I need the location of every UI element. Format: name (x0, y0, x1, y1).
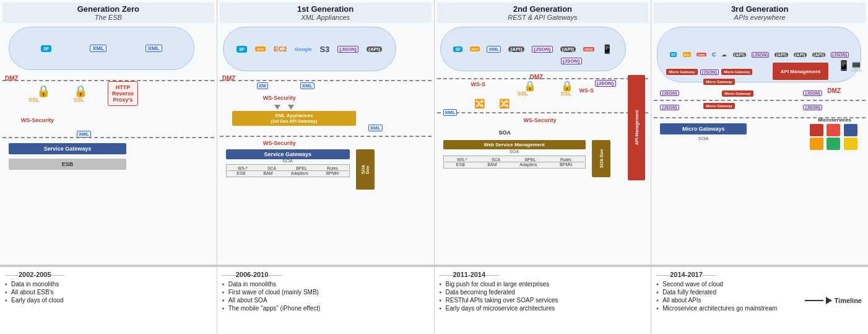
bullet-gen0-2: Early days of cloud (5, 297, 212, 304)
gen0-cloud: SF XML XML (9, 27, 194, 70)
gen3-micro-row2: Micro Gateway (703, 79, 734, 85)
gen1-google: Google (295, 46, 312, 52)
gen2-wss2: WS-S (579, 87, 594, 94)
gen1-dashed2 (220, 136, 432, 137)
gen1-sf: SF (237, 46, 247, 53)
gen2-ssl2: SSL (561, 90, 572, 97)
gen3-subtitle: APIs everywhere (655, 14, 864, 21)
gen2-cloud: SF aws XML {API} {JSON} {API} new 📱 (440, 27, 626, 71)
gen0-diagram: SF XML XML DMZ 🔒 SSL 🔒 SSL HTTPReversePr… (2, 25, 214, 262)
gen3-devices: 📱💻 (838, 59, 862, 71)
gen1-s3: S3 (319, 45, 329, 54)
timeline-arrow: Timeline (805, 297, 862, 304)
gen3-dmz: DMZ (827, 87, 841, 94)
gen1-dashed1 (220, 80, 432, 81)
bullet-gen3-0: Second wave of cloud (656, 281, 863, 288)
gen0-sf-logo: SF (41, 45, 51, 52)
timeline-year-3: 2014-2017 (656, 271, 863, 278)
gen0-ssl1: SSL (28, 97, 40, 103)
gen0-ssl2: SSL (74, 97, 85, 103)
gen0-subtitle: The ESB (4, 14, 213, 21)
gen0-header: Generation Zero The ESB (2, 2, 214, 23)
gen2-wssec: WS-Security (524, 117, 557, 123)
gen3-micro-gateways: Micro Gateways (660, 123, 747, 134)
timeline-year-1: 2006-2010 (222, 271, 429, 278)
bullet-gen1-0: Data in monoliths (222, 281, 429, 288)
generations-row: Generation Zero The ESB SF XML XML DMZ 🔒 (0, 0, 868, 266)
gen1-xml-appliances: XML Appliances(1st Gen API Gateway) (232, 111, 356, 126)
gen2-json2: {JSON} (595, 80, 616, 87)
gen3-soa-sub: SOA (660, 136, 747, 141)
gen3-json2: {JSON} (803, 90, 822, 96)
gen1-diagram: SF aws EC2 Google S3 {JSON} {API} DMZ XM… (220, 25, 432, 262)
gen1-soa-table: WS-*SCABPELRules ESBBAMAdaptersBPMN (226, 164, 350, 177)
timeline-year-2: 2011-2014 (440, 271, 646, 278)
timeline-gen2: 2011-2014 Big push for cloud in large en… (435, 267, 652, 334)
gen1-soa-label: SOA (226, 158, 350, 164)
gen2-soa-label: SOA (499, 130, 511, 136)
bullet-gen0-0: Data in monoliths (5, 281, 212, 288)
gen2-soa-table: WS-*SCABPELRules ESBBAMAdaptersBPMN (443, 156, 586, 169)
bullet-gen1-3: The mobile "apps" (iPhone effect) (222, 305, 429, 312)
gen1-col: 1st Generation XML Appliances SF aws EC2… (217, 0, 435, 265)
gen2-dashed1 (437, 78, 649, 79)
bullet-gen2-3: Early days of microservice architectures (440, 305, 646, 312)
gen3-json4: {JSON} (803, 105, 822, 110)
gen3-mg1: Micro Gateway (722, 90, 753, 97)
gen2-subtitle: REST & API Gateways (438, 14, 648, 21)
gen0-lock1: 🔒 (37, 84, 50, 98)
timeline-row: 2002-2005 Data in monoliths All about ES… (0, 266, 868, 334)
gen2-col: 2nd Generation REST & API Gateways SF aw… (435, 0, 652, 265)
gen1-cloud: SF aws EC2 Google S3 {JSON} {API} (223, 27, 396, 71)
gen2-dashed2 (437, 112, 649, 113)
gen1-subtitle: XML Appliances (221, 14, 430, 21)
gen2-title: 2nd Generation (438, 4, 648, 14)
gen2-router1: 🔀 (474, 99, 485, 108)
gen1-aws: aws (255, 46, 266, 51)
gen2-header: 2nd Generation REST & API Gateways (437, 2, 649, 23)
gen1-soa-gov: SOAGov (356, 149, 375, 190)
timeline-label: Timeline (835, 297, 862, 304)
timeline-gen0: 2002-2005 Data in monoliths All about ES… (0, 267, 217, 334)
gen1-header: 1st Generation XML Appliances (220, 2, 432, 23)
gen1-xml1: XM (257, 82, 268, 89)
bullet-gen1-2: All about SOA (222, 297, 429, 304)
bullet-gen1-1: First wave of cloud (mainly SMB) (222, 289, 429, 296)
bullet-gen0-1: All about ESB's (5, 289, 212, 296)
bullet-gen3-1: Data fully federated (656, 289, 863, 296)
gen2-api-mgmt: API Management (628, 75, 645, 180)
main-container: Generation Zero The ESB SF XML XML DMZ 🔒 (0, 0, 868, 334)
bullet-gen2-0: Big push for cloud in large enterprises (440, 281, 646, 288)
gen2-diagram: SF aws XML {API} {JSON} {API} new 📱 {JSO… (437, 25, 649, 262)
gen2-soa-sub: SOA (443, 149, 586, 154)
timeline-year-0: 2002-2005 (5, 271, 212, 278)
gen1-xml3: XML (368, 125, 383, 131)
gen3-json3: {JSON} (660, 105, 679, 110)
gen2-router2: 🔀 (499, 99, 510, 108)
gen1-arrow2 (288, 105, 294, 110)
gen3-title: 3rd Generation (655, 4, 864, 14)
gen2-ssl1: SSL (518, 90, 529, 97)
bullet-gen2-1: Data becoming federated (440, 289, 646, 296)
gen3-header: 3rd Generation APIs everywhere (654, 2, 866, 23)
gen1-arrow1 (274, 105, 280, 110)
bullets-gen2: Big push for cloud in large enterprises … (440, 281, 646, 312)
gen2-json1: {JSON} (561, 58, 582, 64)
gen1-ec2: EC2 (274, 45, 287, 53)
bullets-gen1: Data in monoliths First wave of cloud (m… (222, 281, 429, 312)
gen3-col: 3rd Generation APIs everywhere SF aws ne… (651, 0, 868, 265)
gen3-json1: {JSON} (660, 90, 679, 96)
gen1-wssec2: WS-Security (263, 140, 296, 146)
gen3-api-mgmt: API Management (773, 63, 828, 80)
gen3-dashed1 (654, 100, 866, 101)
gen0-http-proxy: HTTPReverseProxy's (108, 81, 138, 106)
gen3-micro-row1: Micro Gateway {JSON} Micro Gateway (666, 69, 752, 75)
gen1-title: 1st Generation (221, 4, 430, 14)
gen2-wsm: Web Service Management (443, 140, 586, 149)
gen1-json: {JSON} (337, 46, 358, 53)
gen1-wssec: WS-Security (263, 95, 296, 101)
gen0-dashed2 (2, 137, 214, 138)
bullet-gen2-2: RESTful APIs taking over SOAP services (440, 297, 646, 304)
gen2-soa-gov: SOA Gov (592, 140, 610, 177)
gen0-svc-gw: Service Gateways (9, 143, 126, 154)
